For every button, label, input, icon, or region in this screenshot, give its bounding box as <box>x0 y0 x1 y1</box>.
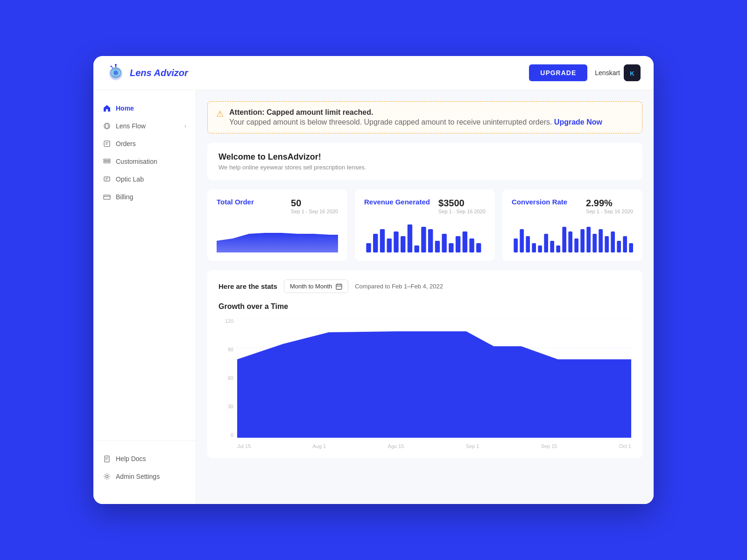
y-axis: 120 90 60 30 0 <box>218 318 237 438</box>
svg-rect-40 <box>449 243 453 252</box>
sidebar-item-customisation[interactable]: Customisation <box>93 153 196 170</box>
opticlab-icon <box>103 175 111 183</box>
svg-rect-12 <box>104 141 110 147</box>
settings-icon <box>103 472 111 481</box>
svg-rect-53 <box>562 227 566 252</box>
user-name: Lenskart <box>595 69 620 77</box>
stat-header-revenue: Revenue Generated $3500 Sep 1 - Sep 16 2… <box>364 198 486 214</box>
user-area: Lenskart K <box>595 64 641 81</box>
stat-label-conversion: Conversion Rate <box>512 198 567 206</box>
sidebar-item-home[interactable]: Home <box>93 99 196 117</box>
sidebar-item-billing[interactable]: Billing <box>93 188 196 206</box>
growth-chart-container: 120 90 60 30 0 <box>218 318 631 449</box>
calendar-icon <box>336 283 342 290</box>
sidebar-item-helpdocs[interactable]: Help Docs <box>93 450 196 468</box>
sidebar-item-adminsettings[interactable]: Admin Settings <box>93 468 196 485</box>
stats-section: Here are the stats Month to Month Compar… <box>207 270 642 458</box>
svg-rect-42 <box>463 231 467 252</box>
svg-rect-33 <box>401 236 405 252</box>
stat-value-order: 50 <box>291 198 338 209</box>
welcome-section: Welcome to LensAdvizor! We help online e… <box>207 143 642 180</box>
header-right: UPGRADE Lenskart K <box>529 64 641 81</box>
logo-area: Lens Advizor <box>106 63 188 82</box>
upgrade-button[interactable]: UPGRADE <box>529 64 587 81</box>
svg-rect-37 <box>428 229 433 252</box>
svg-rect-57 <box>586 227 591 252</box>
svg-rect-29 <box>373 234 378 252</box>
stat-value-area-order: 50 Sep 1 - Sep 16 2020 <box>291 198 338 214</box>
upgrade-now-link[interactable]: Upgrade Now <box>554 118 602 126</box>
stat-chart-revenue <box>364 220 486 252</box>
stat-date-conversion: Sep 1 - Sep 16 2020 <box>586 209 633 214</box>
svg-rect-41 <box>456 236 460 252</box>
stats-header: Here are the stats Month to Month Compar… <box>218 280 631 293</box>
alert-content: Attention: Capped amount limit reached. … <box>229 108 602 126</box>
svg-rect-65 <box>336 284 342 289</box>
svg-rect-50 <box>544 234 548 252</box>
svg-rect-31 <box>387 238 392 252</box>
sidebar-bottom: Help Docs Admin Settings <box>93 440 196 495</box>
stat-label-revenue: Revenue Generated <box>364 198 430 206</box>
stat-date-revenue: Sep 1 - Sep 16 2020 <box>438 209 486 214</box>
svg-rect-39 <box>442 234 446 252</box>
stat-value-area-revenue: $3500 Sep 1 - Sep 16 2020 <box>438 198 486 214</box>
svg-rect-35 <box>414 245 419 252</box>
svg-marker-74 <box>237 331 631 438</box>
svg-rect-63 <box>623 236 627 252</box>
stat-chart-order <box>217 220 338 252</box>
svg-point-10 <box>104 123 110 129</box>
compare-text: Compared to Feb 1–Feb 4, 2022 <box>355 283 443 290</box>
sidebar-item-opticlab[interactable]: Optic Lab <box>93 170 196 188</box>
svg-rect-51 <box>550 241 554 252</box>
svg-rect-28 <box>366 243 371 252</box>
svg-rect-15 <box>104 159 110 161</box>
svg-rect-46 <box>520 229 524 252</box>
svg-rect-34 <box>408 224 412 252</box>
svg-rect-32 <box>394 231 398 252</box>
stat-value-conversion: 2.99% <box>586 198 633 209</box>
growth-chart-title: Growth over a Time <box>218 302 631 311</box>
stat-value-revenue: $3500 <box>438 198 486 209</box>
svg-rect-48 <box>532 243 536 252</box>
stat-header-order: Total Order 50 Sep 1 - Sep 16 2020 <box>217 198 338 214</box>
svg-point-7 <box>111 66 112 67</box>
growth-chart-svg <box>237 318 631 438</box>
svg-point-11 <box>106 123 108 129</box>
main-content: ⚠ Attention: Capped amount limit reached… <box>196 90 654 504</box>
svg-point-26 <box>106 476 108 478</box>
svg-rect-44 <box>476 243 481 252</box>
svg-point-5 <box>115 64 117 66</box>
stat-date-order: Sep 1 - Sep 16 2020 <box>291 209 338 214</box>
nav-section: Home Lens Flow › Orders <box>93 99 196 440</box>
svg-text:K: K <box>630 70 634 77</box>
app-container: Lens Advizor UPGRADE Lenskart K <box>93 56 654 504</box>
stats-row: Total Order 50 Sep 1 - Sep 16 2020 <box>207 189 642 261</box>
billing-icon <box>103 193 111 201</box>
month-selector-button[interactable]: Month to Month <box>284 280 348 293</box>
stat-chart-conversion <box>512 220 633 252</box>
svg-rect-49 <box>538 245 542 252</box>
stat-card-conversion: Conversion Rate 2.99% Sep 1 - Sep 16 202… <box>502 189 642 261</box>
user-avatar: K <box>624 64 641 81</box>
svg-line-6 <box>112 67 113 68</box>
orders-icon <box>103 140 111 148</box>
svg-rect-59 <box>599 229 603 252</box>
sidebar-item-orders[interactable]: Orders <box>93 135 196 153</box>
svg-point-3 <box>113 70 118 75</box>
sidebar-item-lensflow[interactable]: Lens Flow › <box>93 117 196 135</box>
welcome-title: Welcome to LensAdvizor! <box>218 152 631 162</box>
alert-title: Attention: Capped amount limit reached. <box>229 108 602 117</box>
sidebar: Home Lens Flow › Orders <box>93 90 196 504</box>
docs-icon <box>103 455 111 463</box>
svg-rect-19 <box>104 177 110 181</box>
svg-rect-58 <box>592 234 597 252</box>
svg-rect-47 <box>526 236 530 252</box>
svg-rect-55 <box>574 238 578 252</box>
svg-rect-38 <box>435 241 440 252</box>
svg-rect-52 <box>556 245 560 252</box>
stat-card-revenue: Revenue Generated $3500 Sep 1 - Sep 16 2… <box>355 189 495 261</box>
svg-rect-36 <box>421 227 426 252</box>
svg-rect-54 <box>568 231 572 252</box>
svg-rect-64 <box>629 243 633 252</box>
svg-rect-56 <box>580 229 585 252</box>
